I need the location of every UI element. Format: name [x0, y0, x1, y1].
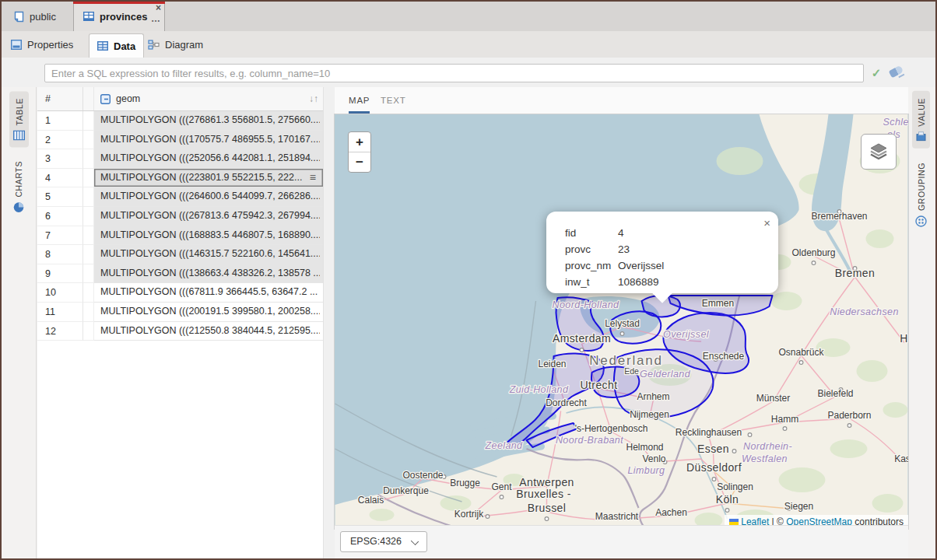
tab-provinces[interactable]: provinces × …	[73, 2, 165, 31]
table-row[interactable]: 2MULTIPOLYGON (((170575.7 486955.5, 1701…	[37, 131, 323, 150]
geom-cell[interactable]: MULTIPOLYGON (((146315.7 522160.6, 14564…	[94, 245, 323, 264]
table-row[interactable]: 1MULTIPOLYGON (((276861.3 556801.5, 2756…	[37, 111, 323, 131]
geom-cell[interactable]: MULTIPOLYGON (((267813.6 475942.3, 26799…	[94, 207, 323, 226]
spacer-cell	[83, 283, 94, 303]
zoom-in-button[interactable]: +	[349, 132, 370, 152]
presentation-toolbar: TABLE CHARTS	[2, 87, 37, 558]
table-row[interactable]: 4MULTIPOLYGON (((223801.9 552215.5, 222.…	[37, 169, 323, 188]
geom-cell[interactable]: MULTIPOLYGON (((223801.9 552215.5, 222..…	[94, 169, 323, 188]
row-number-cell[interactable]: 11	[37, 303, 83, 322]
pie-chart-icon	[13, 202, 24, 213]
map-label: Bruxelles -	[516, 488, 571, 500]
tab-public[interactable]: public	[5, 2, 65, 31]
layers-control[interactable]	[861, 134, 897, 170]
map-label: Essen	[697, 443, 729, 455]
table-row[interactable]: 5MULTIPOLYGON (((264600.6 544099.7, 2662…	[37, 187, 323, 207]
town-marker	[725, 509, 729, 513]
table-row[interactable]: 10MULTIPOLYGON (((67811.9 366445.5, 6364…	[37, 283, 323, 303]
geom-cell[interactable]: MULTIPOLYGON (((138663.4 438326.2, 13857…	[94, 264, 323, 284]
geom-cell[interactable]: MULTIPOLYGON (((170575.7 486955.5, 17016…	[94, 131, 323, 150]
tab-label: public	[30, 11, 56, 23]
map-label: Brugge	[450, 478, 480, 488]
tab-data[interactable]: Data	[89, 33, 144, 58]
overflow-icon[interactable]: …	[151, 15, 161, 23]
geom-cell[interactable]: MULTIPOLYGON (((252056.6 442081.1, 25189…	[94, 149, 323, 169]
column-header-geom[interactable]: geom ↓↑	[94, 87, 323, 110]
table-row[interactable]: 7MULTIPOLYGON (((168883.5 446807.5, 1688…	[37, 226, 323, 246]
geom-value: MULTIPOLYGON (((168883.5 446807.5, 16889…	[100, 226, 320, 245]
spacer-cell	[83, 322, 94, 341]
tab-properties[interactable]: Properties	[3, 31, 81, 58]
geom-cell[interactable]: MULTIPOLYGON (((200191.5 399580.1, 20025…	[94, 303, 323, 322]
apply-filter-icon[interactable]: ✓	[867, 65, 886, 82]
row-number-cell[interactable]: 1	[37, 111, 83, 131]
town-marker	[500, 495, 504, 499]
table-row[interactable]: 12MULTIPOLYGON (((212550.8 384044.5, 212…	[37, 322, 323, 341]
row-number-cell[interactable]: 7	[37, 226, 83, 246]
popup-close-icon[interactable]: ×	[763, 216, 770, 229]
map-label: Schles	[883, 117, 908, 128]
zoom-out-button[interactable]: −	[349, 152, 370, 172]
map-label: Venlo	[642, 453, 665, 464]
geometry-type-icon	[100, 94, 111, 104]
geom-cell[interactable]: MULTIPOLYGON (((264600.6 544099.7, 26628…	[94, 187, 323, 207]
tab-diagram[interactable]: Diagram	[140, 31, 211, 58]
grouping-icon	[915, 215, 927, 227]
editor-tabbar: public provinces × …	[2, 2, 935, 32]
map-label: H	[900, 332, 908, 345]
row-number-cell[interactable]: 8	[37, 245, 83, 264]
table-row[interactable]: 9MULTIPOLYGON (((138663.4 438326.2, 1385…	[37, 264, 323, 284]
geom-value: MULTIPOLYGON (((138663.4 438326.2, 13857…	[100, 264, 320, 283]
town-marker	[812, 261, 816, 265]
basemap-svg: Noord-HollandOverijsselGelderlandZuid-Ho…	[335, 114, 908, 529]
viewer-tabbar: MAP TEXT	[335, 87, 908, 114]
clear-filter-eraser-icon[interactable]	[889, 65, 904, 79]
table-row[interactable]: 6MULTIPOLYGON (((267813.6 475942.3, 2679…	[37, 207, 323, 226]
row-number-cell[interactable]: 5	[37, 187, 83, 207]
epsg-select[interactable]: EPSG:4326	[340, 531, 427, 552]
geom-value: MULTIPOLYGON (((200191.5 399580.1, 20025…	[100, 303, 320, 321]
sub-tabbar: Properties Data Diagram	[2, 31, 935, 58]
row-number-cell[interactable]: 3	[37, 149, 83, 169]
map-label: Arnhem	[637, 391, 669, 402]
geom-cell[interactable]: MULTIPOLYGON (((67811.9 366445.5, 63647.…	[94, 283, 323, 303]
row-number-cell[interactable]: 6	[37, 207, 83, 226]
popup-rows: fid4provc23provc_nmOverijsselinw_t108688…	[565, 225, 767, 290]
map-label: Dunkerque	[383, 485, 429, 496]
spacer-cell	[83, 245, 94, 264]
leaflet-map[interactable]: Noord-HollandOverijsselGelderlandZuid-Ho…	[335, 114, 908, 529]
table-row[interactable]: 3MULTIPOLYGON (((252056.6 442081.1, 2518…	[37, 149, 323, 169]
table-row[interactable]: 11MULTIPOLYGON (((200191.5 399580.1, 200…	[37, 303, 323, 322]
map-label: Utrecht	[581, 379, 618, 391]
column-header-rownum[interactable]: #	[37, 87, 83, 110]
map-label: Niedersachsen	[830, 306, 899, 317]
map-label: Bielefeld	[817, 388, 853, 399]
tab-map[interactable]: MAP	[349, 87, 370, 114]
sidebar-item-table[interactable]: TABLE	[9, 91, 29, 147]
sidebar-item-label: VALUE	[917, 98, 926, 127]
sql-filter-input[interactable]	[44, 64, 864, 82]
row-number-cell[interactable]: 10	[37, 283, 83, 303]
geom-cell[interactable]: MULTIPOLYGON (((212550.8 384044.5, 21259…	[94, 322, 323, 341]
tab-label: Properties	[27, 39, 73, 51]
sort-icon[interactable]: ↓↑	[309, 93, 318, 104]
sidebar-item-charts[interactable]: CHARTS	[9, 154, 28, 220]
map-label: Hamm	[771, 414, 798, 425]
tab-text[interactable]: TEXT	[381, 87, 406, 114]
geom-cell[interactable]: MULTIPOLYGON (((168883.5 446807.5, 16889…	[94, 226, 323, 246]
town-marker	[545, 517, 549, 521]
row-number-cell[interactable]: 12	[37, 322, 83, 341]
table-row[interactable]: 8MULTIPOLYGON (((146315.7 522160.6, 1456…	[37, 245, 323, 264]
geom-cell[interactable]: MULTIPOLYGON (((276861.3 556801.5, 27566…	[94, 111, 323, 131]
sidebar-item-value[interactable]: VALUE	[912, 91, 930, 149]
row-number-cell[interactable]: 9	[37, 264, 83, 284]
sidebar-item-grouping[interactable]: GROUPING	[911, 156, 931, 234]
row-number-cell[interactable]: 4	[37, 169, 83, 188]
close-icon[interactable]: ×	[156, 2, 161, 13]
spacer-cell	[83, 264, 94, 284]
town-marker	[732, 450, 736, 453]
cell-menu-icon[interactable]: ≡	[310, 169, 316, 187]
grid-header: # geom ↓↑	[37, 87, 323, 111]
town-marker	[620, 332, 624, 336]
row-number-cell[interactable]: 2	[37, 131, 83, 150]
